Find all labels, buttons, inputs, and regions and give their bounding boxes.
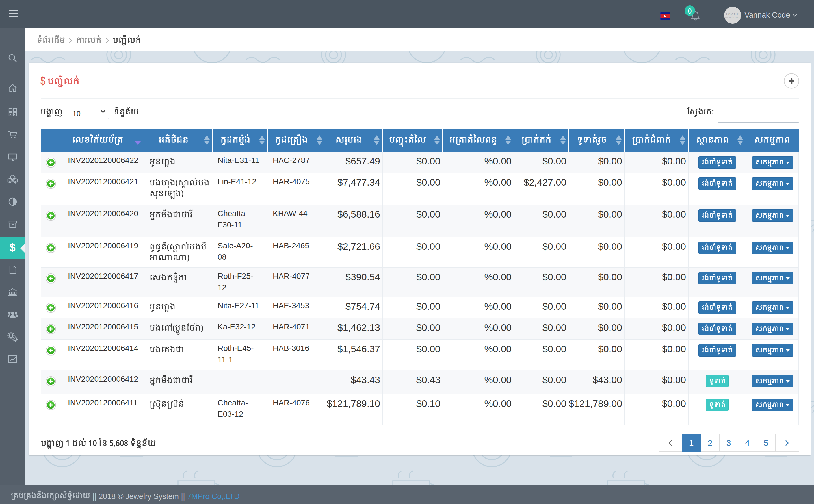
svg-text:NOT AVAILIABLE: NOT AVAILIABLE xyxy=(724,17,741,19)
svg-text:$: $ xyxy=(9,242,15,253)
svg-text:IMAGE: IMAGE xyxy=(726,12,739,16)
